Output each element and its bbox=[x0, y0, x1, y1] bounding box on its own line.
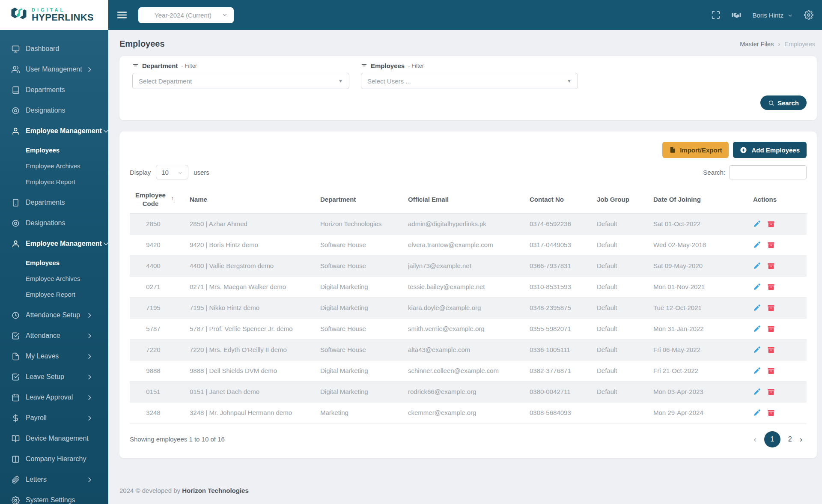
archive-button[interactable] bbox=[767, 220, 775, 228]
archive-button[interactable] bbox=[767, 241, 775, 249]
edit-button[interactable] bbox=[753, 325, 761, 333]
add-employees-button[interactable]: Add Employees bbox=[733, 142, 807, 158]
cell-name: 5787 | Prof. Verlie Spencer Jr. demo bbox=[177, 318, 307, 339]
archive-button[interactable] bbox=[767, 367, 775, 375]
header-date-of-joining[interactable]: Date Of Joining bbox=[640, 186, 740, 213]
sidebar-item-my-leaves[interactable]: My Leaves bbox=[0, 346, 108, 367]
sidebar-item-leave-setup[interactable]: Leave Setup bbox=[0, 367, 108, 387]
sidebar-item-leave-approval[interactable]: Leave Approval bbox=[0, 387, 108, 408]
edit-button[interactable] bbox=[753, 283, 761, 291]
edit-button[interactable] bbox=[753, 409, 761, 417]
hamburger-menu-icon[interactable] bbox=[116, 9, 128, 21]
sidebar-subitem-employees[interactable]: Employees bbox=[0, 142, 108, 158]
gear-icon bbox=[12, 496, 20, 504]
users-icon bbox=[12, 66, 20, 74]
table-search-label: Search: bbox=[703, 169, 725, 176]
archive-button[interactable] bbox=[767, 346, 775, 354]
header-employee-code[interactable]: Employee Code ↑↓ bbox=[130, 186, 177, 213]
archive-button[interactable] bbox=[767, 388, 775, 396]
cell-department: Horizon Technologies bbox=[307, 213, 395, 234]
cell-official-email: admin@digitalhyperlinks.pk bbox=[395, 213, 517, 234]
cell-department: Digital Marketing bbox=[307, 381, 395, 402]
edit-button[interactable] bbox=[753, 304, 761, 312]
sidebar-item-payroll[interactable]: Payroll bbox=[0, 408, 108, 428]
search-button[interactable]: Search bbox=[760, 95, 807, 110]
cell-official-email: kiara.doyle@example.org bbox=[395, 297, 517, 318]
sort-icon[interactable]: ↑↓ bbox=[171, 197, 175, 202]
header-department[interactable]: Department bbox=[307, 186, 395, 213]
header-job-group[interactable]: Job Group bbox=[584, 186, 640, 213]
sidebar-item-device-management[interactable]: Device Management bbox=[0, 428, 108, 449]
logo[interactable]: DIGITAL HYPERLINKS bbox=[0, 0, 108, 30]
table-row: 94209420 | Boris Hintz demoSoftware Hous… bbox=[130, 234, 807, 255]
archive-button[interactable] bbox=[767, 283, 775, 291]
sidebar-subitem-employee-report[interactable]: Employee Report bbox=[0, 286, 108, 302]
cell-official-email: rodrick66@example.org bbox=[395, 381, 517, 402]
year-select[interactable]: Year-2024 (Current) bbox=[138, 7, 234, 23]
edit-button[interactable] bbox=[753, 241, 761, 249]
cell-contact-no: 0348-2395875 bbox=[517, 297, 584, 318]
cell-job-group: Default bbox=[584, 318, 640, 339]
sidebar-subitem-employee-archives[interactable]: Employee Archives bbox=[0, 271, 108, 286]
table-search-input[interactable] bbox=[729, 165, 807, 179]
sidebar-item-departments[interactable]: Departments bbox=[0, 192, 108, 213]
filter-suffix: - Filter bbox=[181, 63, 197, 69]
archive-button[interactable] bbox=[767, 304, 775, 312]
header-official-email[interactable]: Official Email bbox=[395, 186, 517, 213]
sidebar-item-letters[interactable]: Letters bbox=[0, 469, 108, 490]
check-square-icon bbox=[12, 332, 20, 340]
clock-icon bbox=[12, 311, 20, 319]
archive-button[interactable] bbox=[767, 325, 775, 333]
department-filter-label: Department bbox=[142, 62, 178, 69]
cell-job-group: Default bbox=[584, 339, 640, 360]
edit-button[interactable] bbox=[753, 367, 761, 375]
employees-select[interactable]: Select Users ... ▼ bbox=[361, 73, 578, 89]
sidebar-item-designations[interactable]: Designations bbox=[0, 213, 108, 233]
sidebar-item-designations[interactable]: Designations bbox=[0, 100, 108, 121]
sidebar-item-employee-management[interactable]: Employee Management bbox=[0, 121, 108, 141]
cell-department: Marketing bbox=[307, 402, 395, 423]
sidebar-item-dashboard[interactable]: Dashboard bbox=[0, 39, 108, 59]
header-name[interactable]: Name bbox=[177, 186, 307, 213]
pagination-page-2[interactable]: 2 bbox=[788, 435, 792, 443]
sidebar-item-attendance-setup[interactable]: Attendance Setup bbox=[0, 305, 108, 325]
sidebar-subitem-employee-archives[interactable]: Employee Archives bbox=[0, 158, 108, 174]
cell-actions bbox=[740, 213, 807, 234]
sidebar-item-departments[interactable]: Departments bbox=[0, 80, 108, 100]
archive-button[interactable] bbox=[767, 409, 775, 417]
edit-button[interactable] bbox=[753, 388, 761, 396]
header-contact-no[interactable]: Contact No bbox=[517, 186, 584, 213]
sidebar-subitem-employee-report[interactable]: Employee Report bbox=[0, 174, 108, 190]
sidebar-item-employee-management[interactable]: Employee Management bbox=[0, 233, 108, 254]
table-row: 32483248 | Mr. Johnpaul Hermann demoMark… bbox=[130, 402, 807, 423]
sidebar-item-company-hierarchy[interactable]: Company Hierarchy bbox=[0, 449, 108, 469]
import-export-button[interactable]: Import/Export bbox=[662, 142, 729, 158]
department-select[interactable]: Select Department ▼ bbox=[132, 73, 349, 89]
cell-contact-no: 0355-5982071 bbox=[517, 318, 584, 339]
footer-company-link[interactable]: Horizon Technologies bbox=[182, 487, 249, 494]
sidebar-subitem-employees[interactable]: Employees bbox=[0, 255, 108, 271]
sidebar-item-user-management[interactable]: User Management bbox=[0, 59, 108, 80]
edit-button[interactable] bbox=[753, 346, 761, 354]
edit-button[interactable] bbox=[753, 262, 761, 270]
pagination-page-1[interactable]: 1 bbox=[764, 431, 780, 447]
sidebar-item-attendance[interactable]: Attendance bbox=[0, 325, 108, 346]
year-select-value: Year-2024 (Current) bbox=[144, 12, 222, 19]
fullscreen-icon[interactable] bbox=[711, 10, 721, 20]
handshake-icon[interactable] bbox=[732, 10, 741, 20]
cell-department: Software House bbox=[307, 318, 395, 339]
sidebar-item-system-settings[interactable]: System Settings bbox=[0, 490, 108, 504]
page-size-select[interactable]: 10 bbox=[156, 165, 188, 179]
edit-button[interactable] bbox=[753, 220, 761, 228]
settings-gear-icon[interactable] bbox=[804, 10, 813, 20]
chevron-right-icon bbox=[86, 373, 94, 381]
cell-employee-code: 7220 bbox=[130, 339, 177, 360]
archive-button[interactable] bbox=[767, 262, 775, 270]
breadcrumb-separator: › bbox=[778, 40, 780, 48]
cell-official-email: smith.vernie@example.org bbox=[395, 318, 517, 339]
user-menu[interactable]: Boris Hintz bbox=[752, 12, 793, 19]
department-filter-group: Department - Filter Select Department ▼ bbox=[132, 62, 349, 89]
pagination-prev[interactable]: ‹ bbox=[754, 435, 756, 444]
pagination-next[interactable]: › bbox=[800, 435, 802, 444]
breadcrumb-parent[interactable]: Master Files bbox=[740, 41, 774, 48]
